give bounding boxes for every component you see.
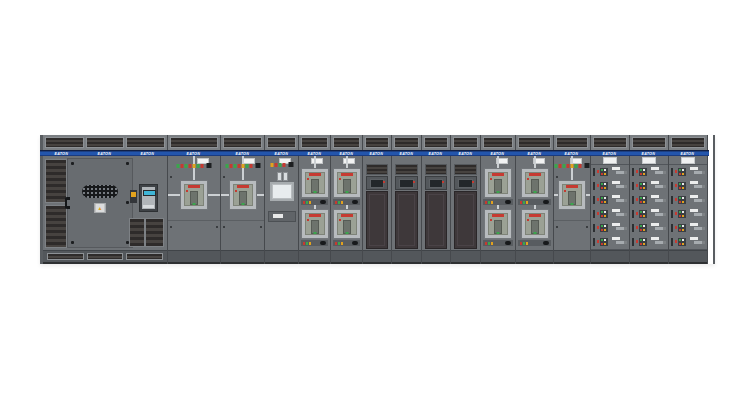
indicator-light-red xyxy=(675,240,677,243)
base-channel xyxy=(554,262,590,264)
indicator-light-white xyxy=(643,183,645,185)
indicator-light-white xyxy=(604,197,606,199)
base-channel xyxy=(43,262,167,264)
indicator-light-green xyxy=(640,169,642,171)
top-vent-row xyxy=(221,135,264,150)
kick-plate xyxy=(299,250,330,262)
indicator-light-green xyxy=(555,164,558,168)
indicator-light-amber xyxy=(682,243,684,245)
bucket-handle-slot xyxy=(593,224,595,232)
indicator-light-amber xyxy=(604,215,606,217)
bucket-pilot-block xyxy=(639,168,647,176)
indicator-light-amber xyxy=(241,164,244,168)
brand-logo: EATON xyxy=(339,151,352,155)
indicator-light-green xyxy=(488,201,490,204)
kick-plate xyxy=(363,250,391,262)
vfd-power-led xyxy=(413,181,415,183)
bucket-label xyxy=(651,167,659,170)
indicator-light-green xyxy=(601,211,603,213)
indicator-light-amber xyxy=(643,243,645,245)
indicator-light-red xyxy=(675,212,677,215)
indicator-light-red xyxy=(640,201,642,203)
breaker-rating-label xyxy=(341,214,353,217)
vfd-power-led xyxy=(383,181,385,183)
indicator-light-row xyxy=(225,163,260,168)
indicator-light-green xyxy=(523,242,525,245)
breaker-rating-label xyxy=(309,173,321,176)
bucket-label xyxy=(612,181,620,184)
meter-screen xyxy=(143,190,156,196)
bucket-handle-slot xyxy=(593,210,595,218)
mcc-bucket xyxy=(630,165,668,180)
bucket-label xyxy=(690,195,698,198)
mcc-section-3: EATON xyxy=(669,135,708,264)
feeder-section-2: EATON xyxy=(221,135,265,264)
indicator-light-red xyxy=(679,173,681,175)
top-vent-row xyxy=(669,135,707,150)
vfd-hmi-panel xyxy=(454,176,477,190)
indicator-light-amber xyxy=(571,164,574,168)
bucket-breaker-handle xyxy=(616,171,627,174)
pilot-device xyxy=(130,190,137,203)
vfd-hmi-panel xyxy=(366,176,388,190)
indicator-light-amber xyxy=(309,242,311,245)
section-nameplate xyxy=(642,157,656,164)
main-breaker-cubicle: EATONEATONEATON ▲ xyxy=(43,135,168,264)
breaker-rating-label xyxy=(188,185,200,188)
bucket-breaker-handle xyxy=(616,227,627,230)
indicator-light-green xyxy=(306,201,308,204)
mimic-bus-line xyxy=(571,156,573,182)
bucket-pilot-block xyxy=(600,238,608,246)
bucket-pilot-block xyxy=(639,182,647,190)
mcc-header xyxy=(591,156,629,165)
indicator-light-white xyxy=(643,225,645,227)
indicator-light-row xyxy=(555,163,590,168)
indicator-light-green xyxy=(679,211,681,213)
top-vent-row xyxy=(265,135,298,150)
kick-plate xyxy=(43,250,167,262)
indicator-light-amber xyxy=(682,201,684,203)
brand-logo: EATON xyxy=(55,151,68,155)
bucket-breaker-handle xyxy=(655,241,666,244)
top-vent-row xyxy=(422,135,450,150)
brand-band: EATON xyxy=(588,150,631,156)
metering-drawer-face xyxy=(272,184,292,199)
bucket-breaker-handle xyxy=(694,199,705,202)
bucket-label xyxy=(651,195,659,198)
bucket-breaker-handle xyxy=(655,185,666,188)
kick-plate xyxy=(221,250,264,262)
vfd-display-screen xyxy=(370,179,384,188)
brand-logo: EATON xyxy=(565,151,578,155)
vent-louver-icon xyxy=(671,137,705,148)
vfd-vent-louver xyxy=(425,164,447,175)
indicator-light-white xyxy=(682,197,684,199)
vfd-vent-louver xyxy=(395,164,418,175)
bucket-pilot-block xyxy=(639,224,647,232)
indicator-light-red xyxy=(303,201,305,204)
control-switch xyxy=(320,200,326,204)
scene: EATONEATONEATON ▲ EATON xyxy=(0,0,750,400)
vfd-door xyxy=(366,191,388,249)
brand-logo: EATON xyxy=(399,151,412,155)
indicator-light-amber xyxy=(643,229,645,231)
indicator-light-amber xyxy=(604,229,606,231)
base-channel xyxy=(451,262,480,264)
vfd-vent-louver xyxy=(366,164,388,175)
indicator-light-red xyxy=(237,164,240,168)
indicator-light-amber xyxy=(309,201,311,204)
indicator-light-green xyxy=(601,197,603,199)
breaker-vent-grille xyxy=(82,185,118,198)
vfd-display-screen xyxy=(458,179,473,188)
indicator-light-red xyxy=(181,164,184,168)
bucket-pilot-block xyxy=(639,196,647,204)
vfd-power-led xyxy=(472,181,474,183)
breaker-open-indicator xyxy=(313,232,316,234)
indicator-light-green xyxy=(679,169,681,171)
breaker-rating-label xyxy=(341,173,353,176)
vfd-door xyxy=(395,191,418,249)
base-channel xyxy=(630,262,668,264)
brand-logo: EATON xyxy=(370,151,383,155)
door-screw xyxy=(126,201,129,204)
bucket-breaker-handle xyxy=(655,199,666,202)
side-vent-louver xyxy=(145,218,164,247)
